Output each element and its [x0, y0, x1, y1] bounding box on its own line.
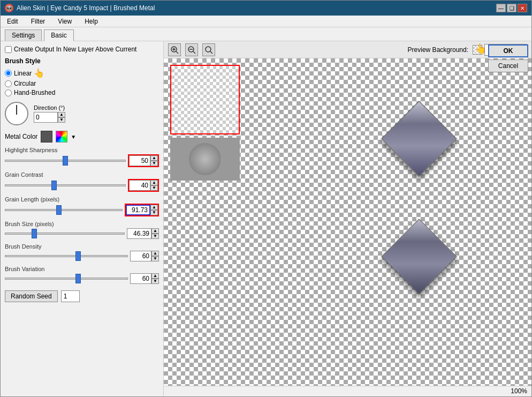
menu-edit[interactable]: Edit	[4, 17, 21, 26]
menu-bar: Edit Filter View Help	[1, 16, 531, 27]
radio-linear[interactable]	[5, 70, 12, 77]
menu-view[interactable]: View	[55, 17, 75, 26]
random-seed-input[interactable]	[61, 290, 80, 302]
highlight-spin-up[interactable]: ▲	[150, 155, 158, 161]
diamond-1	[381, 101, 457, 176]
hand-cursor-icon: 👆	[34, 68, 44, 78]
highlight-sharpness-row: Highlight Sharpness ▲ ▼	[5, 147, 159, 167]
radio-hand-brushed[interactable]	[5, 89, 12, 96]
create-output-label: Create Output In New Layer Above Current	[14, 46, 136, 53]
title-bar: 👽 Alien Skin | Eye Candy 5 Impact | Brus…	[1, 1, 531, 16]
brush-size-row: Brush Size (pixels) ▲ ▼	[5, 221, 159, 239]
title-controls: — ❑ ✕	[496, 4, 527, 12]
metal-color-swatch[interactable]	[41, 131, 52, 143]
brush-variation-row: Brush Variation ▲ ▼	[5, 266, 159, 284]
brush-density-slider-row: ▲ ▼	[5, 251, 159, 261]
preview-area[interactable]: claudia	[164, 58, 531, 386]
direction-spin-up[interactable]: ▲	[58, 112, 65, 117]
grain-contrast-slider-row: ▲ ▼	[5, 179, 159, 192]
zoom-out-button[interactable]	[185, 43, 198, 56]
tab-bar: Settings Basic	[1, 27, 531, 41]
grain-contrast-spin-up[interactable]: ▲	[150, 180, 158, 185]
grain-contrast-slider[interactable]	[5, 184, 126, 186]
main-window: 👽 Alien Skin | Eye Candy 5 Impact | Brus…	[0, 0, 532, 397]
brush-density-spin-up[interactable]: ▲	[151, 251, 159, 256]
brush-style-group: Linear 👆 Circular Hand-Brushed	[5, 68, 159, 96]
svg-line-8	[210, 51, 212, 54]
brush-density-spin-buttons: ▲ ▼	[151, 251, 159, 261]
direction-dial[interactable]	[5, 102, 28, 125]
left-panel: Create Output In New Layer Above Current…	[1, 41, 164, 396]
menu-filter[interactable]: Filter	[28, 17, 49, 26]
menu-help[interactable]: Help	[81, 17, 101, 26]
brush-size-label: Brush Size (pixels)	[5, 221, 159, 227]
brush-density-label: Brush Density	[5, 243, 159, 250]
highlight-sharpness-input[interactable]	[129, 155, 150, 166]
brush-size-spin-up[interactable]: ▲	[151, 228, 159, 234]
tab-settings[interactable]: Settings	[5, 29, 42, 41]
brush-density-slider[interactable]	[5, 255, 128, 257]
brush-variation-slider[interactable]	[5, 278, 128, 280]
grain-length-input[interactable]	[126, 205, 150, 215]
brush-density-row: Brush Density ▲ ▼	[5, 243, 159, 261]
minimize-button[interactable]: —	[496, 4, 506, 12]
brush-variation-slider-row: ▲ ▼	[5, 273, 159, 284]
window-title: Alien Skin | Eye Candy 5 Impact | Brushe…	[17, 4, 155, 12]
highlight-spin-buttons: ▲ ▼	[150, 155, 158, 166]
circular-label: Circular	[14, 80, 36, 87]
create-output-row: Create Output In New Layer Above Current	[5, 46, 159, 53]
thumb-circle	[189, 143, 221, 175]
highlight-sharpness-slider[interactable]	[5, 160, 126, 162]
radio-linear-row: Linear 👆	[5, 68, 159, 78]
brush-size-slider-row: ▲ ▼	[5, 228, 159, 239]
color-dropdown-arrow[interactable]: ▼	[71, 134, 76, 140]
grain-length-spin-up[interactable]: ▲	[150, 205, 158, 210]
brush-variation-spin-up[interactable]: ▲	[151, 273, 159, 279]
radio-circular[interactable]	[5, 80, 12, 87]
grain-contrast-input[interactable]	[129, 180, 150, 191]
highlight-spin-down[interactable]: ▼	[150, 161, 158, 166]
cancel-button[interactable]: Cancel	[488, 59, 528, 72]
brush-size-spin-down[interactable]: ▼	[151, 234, 159, 239]
highlight-sharpness-input-wrapper: ▲ ▼	[128, 154, 159, 167]
linear-label: Linear	[14, 70, 32, 77]
brush-size-spin-buttons: ▲ ▼	[151, 228, 159, 239]
metal-color-row: Metal Color ▼	[5, 131, 159, 143]
brush-variation-spin-buttons: ▲ ▼	[151, 273, 159, 284]
brush-density-spin-down[interactable]: ▼	[151, 256, 159, 261]
brush-density-input-wrapper: ▲ ▼	[130, 251, 159, 261]
brush-size-slider[interactable]	[5, 233, 125, 235]
grain-length-spin-down[interactable]: ▼	[150, 210, 158, 215]
grain-length-slider[interactable]	[5, 209, 123, 211]
zoom-level: 100%	[511, 387, 527, 395]
create-output-checkbox[interactable]	[5, 46, 12, 53]
tab-basic[interactable]: Basic	[44, 29, 73, 41]
brush-density-input[interactable]	[130, 251, 151, 261]
highlight-sharpness-label: Highlight Sharpness	[5, 147, 159, 153]
brush-variation-spin-down[interactable]: ▼	[151, 279, 159, 284]
ok-cancel-group: 👆 OK Cancel	[485, 41, 531, 76]
random-seed-button[interactable]: Random Seed	[5, 290, 58, 302]
brush-variation-input[interactable]	[130, 273, 151, 284]
ok-button[interactable]: OK	[488, 44, 528, 57]
brush-size-input[interactable]	[127, 228, 151, 239]
brush-variation-input-wrapper: ▲ ▼	[130, 273, 159, 284]
direction-input[interactable]	[34, 112, 58, 123]
grain-contrast-row: Grain Contrast ▲ ▼	[5, 171, 159, 192]
direction-spin-down[interactable]: ▼	[58, 117, 65, 123]
hand-brushed-label: Hand-Brushed	[14, 89, 55, 96]
grain-contrast-spin-down[interactable]: ▼	[150, 185, 158, 191]
close-button[interactable]: ✕	[518, 4, 527, 12]
direction-label: Direction (°)	[34, 104, 65, 111]
fit-button[interactable]	[202, 43, 215, 56]
grain-length-spin-buttons: ▲ ▼	[150, 205, 158, 215]
random-seed-row: Random Seed	[5, 290, 159, 302]
right-section: 👆 OK Cancel Preview Background:	[164, 41, 531, 396]
grain-length-input-wrapper: ▲ ▼	[125, 204, 159, 216]
diamond-2-wrapper	[392, 230, 446, 283]
dial-indicator	[16, 105, 17, 115]
restore-button[interactable]: ❑	[507, 4, 516, 12]
color-grid-button[interactable]	[56, 131, 67, 143]
grain-length-label: Grain Length (pixels)	[5, 196, 159, 203]
zoom-in-button[interactable]	[168, 43, 181, 56]
